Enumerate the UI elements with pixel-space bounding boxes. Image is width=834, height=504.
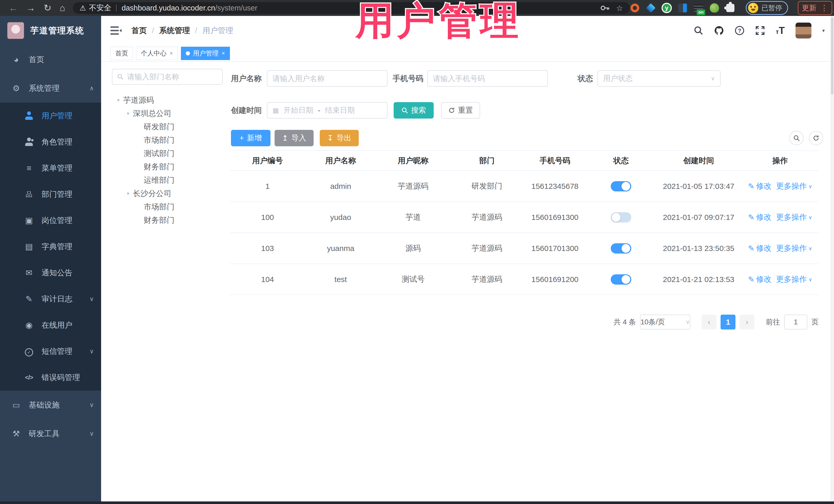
edit-link[interactable]: ✎修改 (748, 274, 771, 285)
prev-page-button[interactable]: ‹ (702, 314, 717, 329)
tab-home[interactable]: 首页 (110, 47, 133, 60)
sidebar-item-audit-log[interactable]: ✎ 审计日志 ∨ (0, 286, 101, 312)
page-size-select[interactable]: 10条/页 ∨ (640, 314, 690, 329)
status-toggle[interactable] (611, 212, 631, 222)
tree-caret-icon[interactable]: ▾ (127, 191, 129, 197)
browser-profile-chip[interactable]: 已暂停 (746, 1, 788, 15)
sidebar-item-online-users[interactable]: ◉ 在线用户 (0, 312, 101, 338)
extension-icon-ring[interactable] (630, 3, 640, 13)
sidebar-item-devtools[interactable]: ⚒ 研发工具 ∨ (0, 419, 101, 448)
dept-search-input[interactable] (127, 73, 218, 81)
tab-user-management[interactable]: 用户管理 × (181, 47, 230, 60)
sidebar-item-users[interactable]: 用户管理 (0, 103, 101, 129)
tree-caret-icon[interactable]: ▾ (117, 97, 119, 103)
tree-node[interactable]: ▾深圳总公司 (112, 107, 227, 120)
reset-button[interactable]: 重置 (441, 102, 480, 118)
security-warning-icon[interactable]: ⚠ (80, 4, 86, 12)
close-icon[interactable]: × (170, 50, 173, 57)
sidebar-item-depts[interactable]: 品 部门管理 (0, 181, 101, 207)
sidebar-item-roles[interactable]: 角色管理 (0, 129, 101, 155)
status-toggle[interactable] (611, 274, 631, 285)
avatar-caret-icon[interactable]: ▾ (822, 27, 825, 34)
sidebar-item-infrastructure[interactable]: ▭ 基础设施 ∨ (0, 391, 101, 419)
tree-node[interactable]: ▾长沙分公司 (112, 187, 227, 200)
export-button[interactable]: ↧ 导出 (320, 130, 359, 146)
show-search-toggle-button[interactable] (789, 131, 804, 145)
tree-caret-icon[interactable]: ▾ (127, 110, 129, 116)
search-button[interactable]: 搜索 (394, 102, 434, 118)
extension-icon-grid[interactable] (678, 3, 688, 13)
next-page-button[interactable]: › (740, 314, 754, 329)
header-search-icon[interactable] (694, 26, 703, 36)
font-size-icon[interactable]: тT (776, 25, 785, 36)
close-icon[interactable]: × (222, 50, 225, 57)
home-icon[interactable]: ⌂ (60, 0, 65, 16)
sidebar-item-sms[interactable]: ✓ 短信管理 ∨ (0, 338, 101, 365)
page-number-button[interactable]: 1 (721, 314, 736, 329)
security-label[interactable]: 不安全 (89, 3, 111, 13)
extension-icon-list[interactable]: on (694, 3, 704, 13)
status-toggle[interactable] (611, 243, 631, 254)
calendar-icon: ▦ (272, 107, 279, 114)
github-icon[interactable] (714, 26, 724, 36)
edit-link[interactable]: ✎修改 (748, 181, 771, 192)
breadcrumb-home[interactable]: 首页 (131, 25, 147, 36)
forward-icon[interactable]: → (26, 0, 36, 16)
address-bar[interactable]: ⚠ 不安全 dashboard.yudao.iocoder.cn/system/… (73, 2, 630, 14)
tree-node[interactable]: 财务部门 (112, 160, 227, 174)
edit-link[interactable]: ✎修改 (748, 243, 771, 254)
extension-icon-gem[interactable] (646, 3, 656, 13)
sidebar-item-home[interactable]: ◕ 首页 (0, 45, 101, 74)
sidebar-item-notice[interactable]: ✉ 通知公告 (0, 260, 101, 286)
url-path[interactable]: /system/user (215, 4, 257, 12)
app-logo-row[interactable]: 芋道管理系统 (0, 16, 101, 45)
tree-node[interactable]: 市场部门 (112, 133, 227, 147)
mobile-input[interactable] (433, 74, 542, 83)
key-icon[interactable] (600, 3, 610, 13)
refresh-table-button[interactable] (809, 131, 823, 145)
sidebar-item-posts[interactable]: ▣ 岗位管理 (0, 207, 101, 234)
gear-icon: ⚙ (11, 83, 22, 93)
tree-node[interactable]: ▾芋道源码 (112, 93, 227, 107)
date-range-picker[interactable]: ▦ 开始日期 - 结束日期 (267, 102, 388, 118)
sidebar-item-system[interactable]: ⚙ 系统管理 ∧ (0, 74, 101, 103)
tree-node[interactable]: 运维部门 (112, 174, 227, 187)
tree-node[interactable]: 市场部门 (112, 200, 227, 214)
status-select[interactable]: 用户状态 ∨ (597, 70, 721, 87)
sidebar-collapse-icon[interactable] (110, 26, 122, 36)
status-toggle[interactable] (611, 181, 631, 192)
sidebar-item-dict[interactable]: ▤ 字典管理 (0, 234, 101, 260)
bookmark-star-icon[interactable]: ☆ (616, 4, 623, 13)
goto-page-input[interactable] (784, 314, 807, 329)
import-button[interactable]: ↥ 导入 (275, 130, 313, 146)
breadcrumb-system[interactable]: 系统管理 (159, 25, 190, 36)
extensions-puzzle-icon[interactable] (725, 3, 736, 13)
back-icon[interactable]: ← (9, 0, 18, 16)
username-input[interactable] (272, 74, 382, 83)
kebab-menu-icon[interactable]: ⋮ (820, 4, 828, 12)
more-actions-link[interactable]: 更多操作∨ (776, 243, 812, 254)
page-scrollbar[interactable] (830, 16, 834, 501)
tree-node[interactable]: 研发部门 (112, 120, 227, 133)
more-actions-link[interactable]: 更多操作∨ (776, 212, 812, 222)
extension-icon-green-y[interactable]: y (662, 3, 672, 13)
tab-profile[interactable]: 个人中心 × (136, 47, 178, 60)
edit-link[interactable]: ✎修改 (748, 212, 771, 222)
help-icon[interactable]: ? (735, 26, 744, 36)
table-row: 1 admin 芋道源码 研发部门 15612345678 2021-01-05… (230, 171, 819, 202)
scrollbar-thumb[interactable] (831, 18, 833, 94)
reload-icon[interactable]: ↻ (44, 0, 51, 16)
sidebar-item-menus[interactable]: ≡ 菜单管理 (0, 155, 101, 181)
browser-update-button[interactable]: 更新 ⋮ (798, 1, 832, 15)
more-actions-link[interactable]: 更多操作∨ (776, 274, 812, 285)
refresh-icon (813, 135, 819, 141)
more-actions-link[interactable]: 更多操作∨ (776, 181, 812, 192)
user-avatar[interactable] (795, 23, 811, 39)
add-button[interactable]: + 新增 (231, 130, 270, 146)
extension-icon-sprout[interactable] (709, 3, 720, 13)
url-host[interactable]: dashboard.yudao.iocoder.cn (122, 4, 215, 12)
tree-node[interactable]: 测试部门 (112, 147, 227, 160)
fullscreen-icon[interactable] (755, 26, 765, 36)
tree-node[interactable]: 财务部门 (112, 214, 227, 227)
sidebar-item-error-codes[interactable]: </> 错误码管理 (0, 365, 101, 391)
